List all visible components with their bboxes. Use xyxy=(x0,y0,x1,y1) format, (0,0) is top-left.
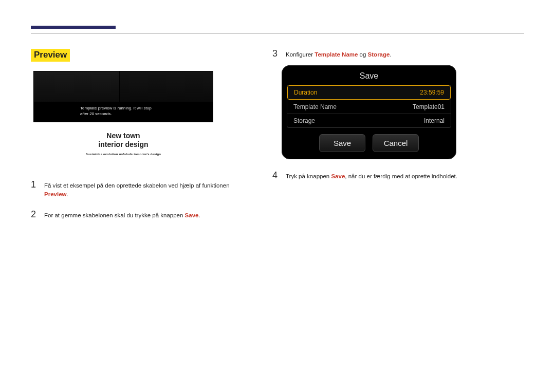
step-number: 2 xyxy=(31,210,38,219)
step-text-post: , når du er færdig med at oprette indhol… xyxy=(345,173,457,179)
preview-headline-2: interior design xyxy=(33,140,213,148)
step-text: Tryk på knappen Save, når du er færdig m… xyxy=(286,171,457,181)
header-divider xyxy=(31,33,524,33)
preview-banner: Template preview is running. It will sto… xyxy=(34,102,213,122)
header-accent-bar xyxy=(31,26,116,29)
step-text: Få vist et eksempel på den oprettede ska… xyxy=(44,180,242,198)
step-text-post: . xyxy=(390,51,391,58)
save-button[interactable]: Save xyxy=(319,134,365,152)
step-text-pre: Tryk på knappen xyxy=(286,173,331,179)
step-number: 4 xyxy=(272,171,280,180)
step-text-post: . xyxy=(66,191,68,197)
preview-banner-line2: after 20 seconds. xyxy=(80,111,213,117)
section-title: Preview xyxy=(31,49,70,62)
save-row-label: Storage xyxy=(293,117,315,124)
step-text-highlight: Save xyxy=(331,173,345,179)
step-text-pre: For at gemme skabelonen skal du trykke p… xyxy=(44,212,185,218)
step-text-post: . xyxy=(198,212,200,218)
save-row-duration[interactable]: Duration 23:59:59 xyxy=(287,85,451,100)
step-2: 2 For at gemme skabelonen skal du trykke… xyxy=(31,210,242,220)
preview-banner-line1: Template preview is running. It will sto… xyxy=(80,106,152,110)
step-4: 4 Tryk på knappen Save, når du er færdig… xyxy=(272,171,524,181)
save-row-storage[interactable]: Storage Internal xyxy=(287,114,451,127)
step-1: 1 Få vist et eksempel på den oprettede s… xyxy=(31,180,242,198)
step-text: Konfigurer Template Name og Storage. xyxy=(286,49,392,59)
step-text-pre: Få vist et eksempel på den oprettede ska… xyxy=(44,182,230,189)
step-number: 1 xyxy=(31,180,38,189)
preview-subtext: Sustainble evolution unfolods tomorrw's … xyxy=(33,153,213,156)
step-text-mid: og xyxy=(358,51,367,58)
save-row-label: Template Name xyxy=(293,103,337,110)
step-text-highlight: Save xyxy=(185,212,199,218)
save-dialog: Save Duration 23:59:59 Template Name Tem… xyxy=(282,65,456,159)
preview-screen: Template preview is running. It will sto… xyxy=(33,71,213,122)
step-text-highlight-2: Storage xyxy=(368,51,390,58)
preview-caption: New town interior design Sustainble evol… xyxy=(33,122,213,156)
save-dialog-buttons: Save Cancel xyxy=(287,134,451,152)
save-dialog-title: Save xyxy=(287,70,451,85)
save-row-value: Internal xyxy=(424,117,445,124)
preview-headline-1: New town xyxy=(33,132,213,140)
save-dialog-rows: Duration 23:59:59 Template Name Template… xyxy=(287,85,451,128)
step-number: 3 xyxy=(272,49,280,58)
step-text: For at gemme skabelonen skal du trykke p… xyxy=(44,210,200,220)
save-row-label: Duration xyxy=(294,89,317,96)
preview-figure: Template preview is running. It will sto… xyxy=(33,71,213,169)
save-row-template-name[interactable]: Template Name Template01 xyxy=(287,100,451,114)
step-text-highlight-1: Template Name xyxy=(314,51,358,58)
step-text-highlight: Preview xyxy=(44,191,66,197)
cancel-button[interactable]: Cancel xyxy=(373,134,419,152)
step-3: 3 Konfigurer Template Name og Storage. xyxy=(272,49,524,59)
step-text-pre: Konfigurer xyxy=(286,51,314,58)
save-row-value: Template01 xyxy=(413,103,445,110)
save-row-value: 23:59:59 xyxy=(420,89,444,96)
